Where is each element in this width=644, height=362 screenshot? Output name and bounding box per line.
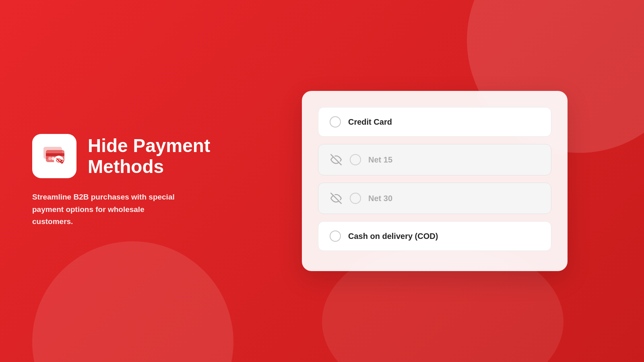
app-description: Streamline B2B purchases with special pa…	[32, 191, 185, 228]
eye-slash-icon-net15	[330, 153, 343, 166]
payment-item-net-15[interactable]: Net 15	[318, 144, 551, 175]
radio-cod[interactable]	[330, 230, 341, 242]
app-icon-svg	[40, 142, 68, 170]
title-line1: Hide Payment	[88, 135, 210, 156]
svg-rect-2	[46, 153, 64, 156]
payment-label-credit-card: Credit Card	[348, 117, 392, 127]
left-panel: Hide Payment Methods Streamline B2B purc…	[32, 134, 225, 228]
title-line2: Methods	[88, 156, 164, 177]
app-header: Hide Payment Methods	[32, 134, 225, 178]
radio-net-30[interactable]	[350, 193, 361, 204]
payment-label-net-30: Net 30	[368, 194, 392, 203]
right-panel: Credit Card Net 15	[258, 91, 612, 271]
app-title: Hide Payment Methods	[88, 135, 210, 178]
eye-slash-icon-net30	[330, 192, 343, 205]
payment-item-credit-card[interactable]: Credit Card	[318, 107, 551, 137]
app-icon	[32, 134, 76, 178]
payment-list: Credit Card Net 15	[318, 107, 551, 251]
payment-label-net-15: Net 15	[368, 155, 392, 165]
main-layout: Hide Payment Methods Streamline B2B purc…	[0, 0, 644, 362]
payment-item-cod[interactable]: Cash on delivery (COD)	[318, 221, 551, 251]
payment-label-cod: Cash on delivery (COD)	[348, 232, 438, 241]
payment-item-net-30[interactable]: Net 30	[318, 183, 551, 214]
payment-card-container: Credit Card Net 15	[302, 91, 568, 271]
radio-net-15[interactable]	[350, 154, 361, 165]
svg-point-3	[48, 157, 52, 160]
radio-credit-card[interactable]	[330, 116, 341, 128]
